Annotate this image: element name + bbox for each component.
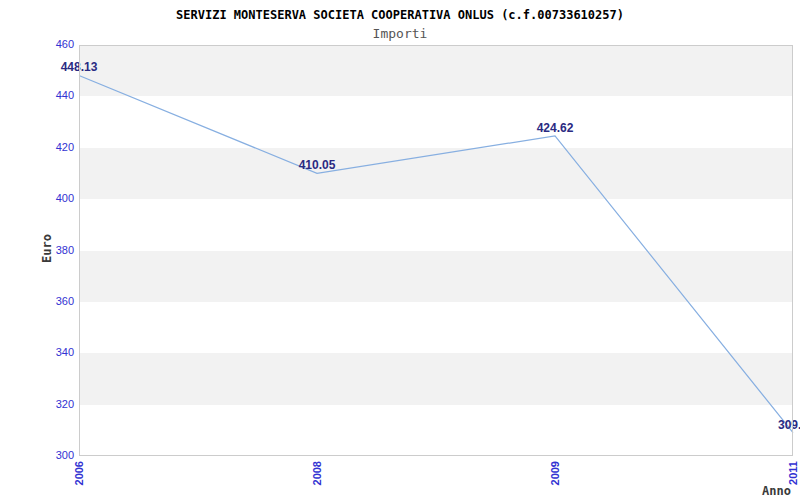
x-tick-label: 2011 [787,461,800,485]
y-tick-label: 320 [0,398,74,411]
chart-subtitle: Importi [0,26,800,41]
chart-title: SERVIZI MONTESERVA SOCIETA COOPERATIVA O… [0,8,800,22]
y-tick-label: 300 [0,449,74,462]
data-line-svg [79,45,793,456]
x-tick-label: 2009 [549,461,562,485]
data-line [79,75,793,432]
data-point-label: 424.62 [537,121,574,135]
data-point-label: 309.1 [778,418,800,432]
y-tick-label: 340 [0,346,74,359]
y-tick-label: 360 [0,295,74,308]
x-axis-title: Anno [762,484,791,498]
x-tick-label: 2006 [73,461,86,485]
plot-area: 448.13410.05424.62309.1 [79,45,793,456]
y-tick-label: 440 [0,89,74,102]
y-tick-label: 380 [0,244,74,257]
line-chart: SERVIZI MONTESERVA SOCIETA COOPERATIVA O… [0,0,800,500]
x-tick-label: 2008 [311,461,324,485]
y-tick-label: 420 [0,141,74,154]
y-tick-label: 460 [0,38,74,51]
data-point-label: 410.05 [299,158,336,172]
y-tick-label: 400 [0,192,74,205]
data-point-label: 448.13 [61,60,98,74]
